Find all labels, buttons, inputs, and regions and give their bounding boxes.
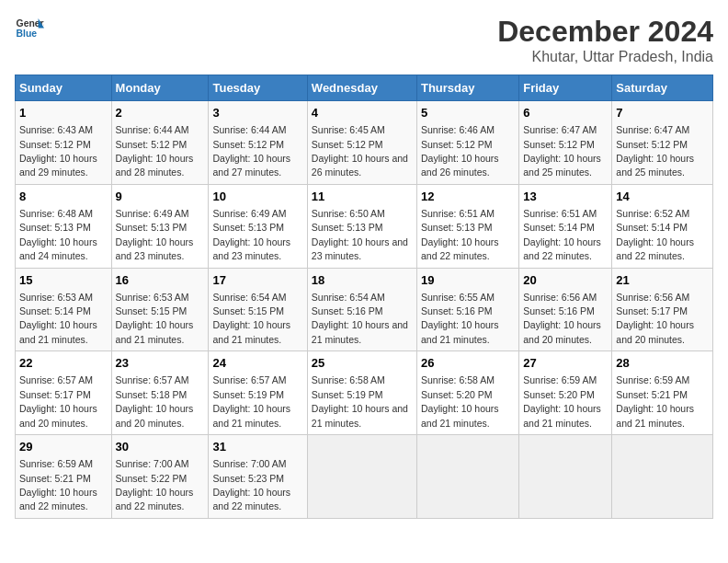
day-number: 16 xyxy=(116,272,205,289)
page-title: December 2024 xyxy=(497,15,713,49)
day-info: Sunrise: 6:52 AMSunset: 5:14 PMDaylight:… xyxy=(616,208,694,261)
day-number: 2 xyxy=(116,105,205,121)
day-cell: 1 Sunrise: 6:43 AMSunset: 5:12 PMDayligh… xyxy=(16,101,112,185)
day-info: Sunrise: 6:44 AMSunset: 5:12 PMDaylight:… xyxy=(212,124,290,178)
day-number: 9 xyxy=(116,189,205,205)
day-number: 10 xyxy=(212,189,302,205)
day-info: Sunrise: 7:00 AMSunset: 5:23 PMDaylight:… xyxy=(212,458,290,511)
header-cell-saturday: Saturday xyxy=(612,75,713,101)
day-info: Sunrise: 6:47 AMSunset: 5:12 PMDaylight:… xyxy=(523,124,601,178)
day-cell: 29 Sunrise: 6:59 AMSunset: 5:21 PMDaylig… xyxy=(16,435,112,519)
day-cell: 31 Sunrise: 7:00 AMSunset: 5:23 PMDaylig… xyxy=(209,435,307,519)
title-block: December 2024 Khutar, Uttar Pradesh, Ind… xyxy=(497,15,713,65)
header-cell-friday: Friday xyxy=(519,75,612,101)
day-number: 4 xyxy=(312,105,413,121)
day-info: Sunrise: 6:50 AMSunset: 5:13 PMDaylight:… xyxy=(312,208,408,261)
day-number: 5 xyxy=(421,105,515,121)
day-info: Sunrise: 6:53 AMSunset: 5:15 PMDaylight:… xyxy=(116,292,194,345)
day-cell: 26 Sunrise: 6:58 AMSunset: 5:20 PMDaylig… xyxy=(416,351,518,435)
day-cell xyxy=(612,435,713,519)
day-cell: 3 Sunrise: 6:44 AMSunset: 5:12 PMDayligh… xyxy=(209,101,307,185)
day-number: 27 xyxy=(523,355,608,372)
day-cell: 15 Sunrise: 6:53 AMSunset: 5:14 PMDaylig… xyxy=(16,268,112,351)
day-info: Sunrise: 6:51 AMSunset: 5:14 PMDaylight:… xyxy=(523,208,601,261)
day-cell xyxy=(307,435,416,519)
day-number: 7 xyxy=(616,105,709,121)
day-number: 13 xyxy=(523,189,608,205)
day-cell: 2 Sunrise: 6:44 AMSunset: 5:12 PMDayligh… xyxy=(111,101,209,185)
day-info: Sunrise: 6:49 AMSunset: 5:13 PMDaylight:… xyxy=(116,208,194,261)
day-cell: 22 Sunrise: 6:57 AMSunset: 5:17 PMDaylig… xyxy=(16,351,112,435)
day-cell: 20 Sunrise: 6:56 AMSunset: 5:16 PMDaylig… xyxy=(519,268,612,351)
day-cell: 9 Sunrise: 6:49 AMSunset: 5:13 PMDayligh… xyxy=(111,184,209,268)
day-cell: 30 Sunrise: 7:00 AMSunset: 5:22 PMDaylig… xyxy=(111,435,209,519)
day-cell: 10 Sunrise: 6:49 AMSunset: 5:13 PMDaylig… xyxy=(209,184,307,268)
day-number: 18 xyxy=(312,272,413,289)
day-info: Sunrise: 6:58 AMSunset: 5:20 PMDaylight:… xyxy=(421,374,499,428)
day-info: Sunrise: 6:56 AMSunset: 5:16 PMDaylight:… xyxy=(523,292,601,345)
day-info: Sunrise: 6:59 AMSunset: 5:20 PMDaylight:… xyxy=(523,374,601,428)
header-cell-tuesday: Tuesday xyxy=(209,75,307,101)
day-cell: 27 Sunrise: 6:59 AMSunset: 5:20 PMDaylig… xyxy=(519,351,612,435)
day-cell: 7 Sunrise: 6:47 AMSunset: 5:12 PMDayligh… xyxy=(612,101,713,185)
day-info: Sunrise: 6:51 AMSunset: 5:13 PMDaylight:… xyxy=(421,208,499,261)
day-cell: 18 Sunrise: 6:54 AMSunset: 5:16 PMDaylig… xyxy=(307,268,416,351)
day-number: 20 xyxy=(523,272,608,289)
day-cell: 8 Sunrise: 6:48 AMSunset: 5:13 PMDayligh… xyxy=(16,184,112,268)
day-info: Sunrise: 6:57 AMSunset: 5:18 PMDaylight:… xyxy=(116,374,194,428)
day-info: Sunrise: 6:59 AMSunset: 5:21 PMDaylight:… xyxy=(19,458,97,511)
day-info: Sunrise: 6:48 AMSunset: 5:13 PMDaylight:… xyxy=(19,208,97,261)
day-number: 24 xyxy=(212,355,302,372)
day-cell: 16 Sunrise: 6:53 AMSunset: 5:15 PMDaylig… xyxy=(111,268,209,351)
day-cell xyxy=(416,435,518,519)
day-number: 11 xyxy=(312,189,413,205)
header-cell-wednesday: Wednesday xyxy=(307,75,416,101)
day-cell: 23 Sunrise: 6:57 AMSunset: 5:18 PMDaylig… xyxy=(111,351,209,435)
day-info: Sunrise: 6:54 AMSunset: 5:16 PMDaylight:… xyxy=(312,292,408,345)
day-number: 31 xyxy=(212,439,302,455)
day-info: Sunrise: 6:47 AMSunset: 5:12 PMDaylight:… xyxy=(616,124,694,178)
day-cell: 24 Sunrise: 6:57 AMSunset: 5:19 PMDaylig… xyxy=(209,351,307,435)
week-row: 29 Sunrise: 6:59 AMSunset: 5:21 PMDaylig… xyxy=(16,435,713,519)
week-row: 22 Sunrise: 6:57 AMSunset: 5:17 PMDaylig… xyxy=(16,351,713,435)
day-number: 8 xyxy=(19,189,108,205)
day-cell: 17 Sunrise: 6:54 AMSunset: 5:15 PMDaylig… xyxy=(209,268,307,351)
day-number: 22 xyxy=(19,355,108,372)
day-info: Sunrise: 6:49 AMSunset: 5:13 PMDaylight:… xyxy=(212,208,290,261)
day-cell: 12 Sunrise: 6:51 AMSunset: 5:13 PMDaylig… xyxy=(416,184,518,268)
day-cell: 11 Sunrise: 6:50 AMSunset: 5:13 PMDaylig… xyxy=(307,184,416,268)
day-cell: 28 Sunrise: 6:59 AMSunset: 5:21 PMDaylig… xyxy=(612,351,713,435)
day-number: 25 xyxy=(312,355,413,372)
day-info: Sunrise: 6:44 AMSunset: 5:12 PMDaylight:… xyxy=(116,124,194,178)
logo: General Blue xyxy=(15,15,44,40)
day-info: Sunrise: 6:43 AMSunset: 5:12 PMDaylight:… xyxy=(19,124,97,178)
day-info: Sunrise: 6:55 AMSunset: 5:16 PMDaylight:… xyxy=(421,292,499,345)
page-subtitle: Khutar, Uttar Pradesh, India xyxy=(497,49,713,65)
week-row: 8 Sunrise: 6:48 AMSunset: 5:13 PMDayligh… xyxy=(16,184,713,268)
day-number: 30 xyxy=(116,439,205,455)
header-cell-sunday: Sunday xyxy=(16,75,112,101)
day-info: Sunrise: 6:59 AMSunset: 5:21 PMDaylight:… xyxy=(616,374,694,428)
day-info: Sunrise: 6:58 AMSunset: 5:19 PMDaylight:… xyxy=(312,374,408,428)
day-cell: 14 Sunrise: 6:52 AMSunset: 5:14 PMDaylig… xyxy=(612,184,713,268)
day-cell xyxy=(519,435,612,519)
svg-text:Blue: Blue xyxy=(17,29,38,39)
day-number: 21 xyxy=(616,272,709,289)
day-cell: 5 Sunrise: 6:46 AMSunset: 5:12 PMDayligh… xyxy=(416,101,518,185)
day-info: Sunrise: 6:56 AMSunset: 5:17 PMDaylight:… xyxy=(616,292,694,345)
week-row: 15 Sunrise: 6:53 AMSunset: 5:14 PMDaylig… xyxy=(16,268,713,351)
day-info: Sunrise: 6:45 AMSunset: 5:12 PMDaylight:… xyxy=(312,124,408,178)
header-row: SundayMondayTuesdayWednesdayThursdayFrid… xyxy=(16,75,713,101)
day-number: 1 xyxy=(19,105,108,121)
day-number: 28 xyxy=(616,355,709,372)
day-number: 26 xyxy=(421,355,515,372)
calendar-table: SundayMondayTuesdayWednesdayThursdayFrid… xyxy=(15,75,713,519)
page-header: General Blue December 2024 Khutar, Uttar… xyxy=(15,15,713,65)
day-info: Sunrise: 6:54 AMSunset: 5:15 PMDaylight:… xyxy=(212,292,290,345)
day-cell: 25 Sunrise: 6:58 AMSunset: 5:19 PMDaylig… xyxy=(307,351,416,435)
day-number: 29 xyxy=(19,439,108,455)
day-info: Sunrise: 6:57 AMSunset: 5:19 PMDaylight:… xyxy=(212,374,290,428)
day-number: 6 xyxy=(523,105,608,121)
day-cell: 4 Sunrise: 6:45 AMSunset: 5:12 PMDayligh… xyxy=(307,101,416,185)
day-cell: 19 Sunrise: 6:55 AMSunset: 5:16 PMDaylig… xyxy=(416,268,518,351)
